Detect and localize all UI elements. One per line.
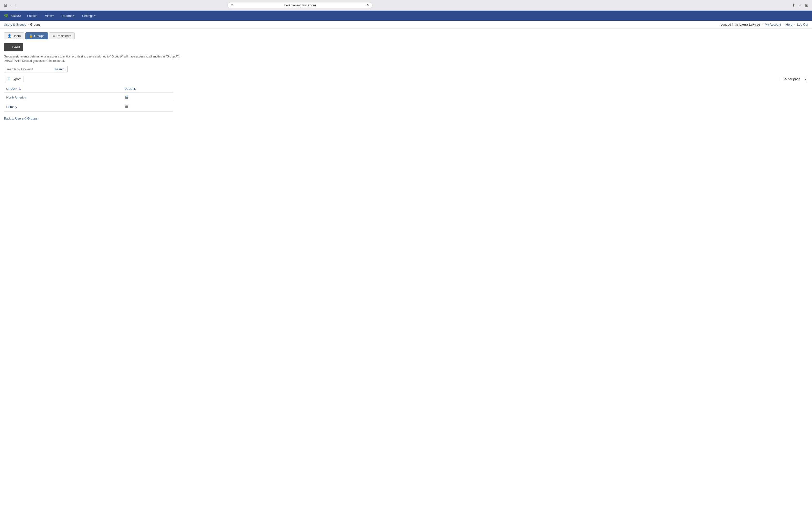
page: Lextree Entities View ▾ Reports ▾ Settin… (0, 11, 812, 507)
table-row: Primary 🗑 (4, 102, 173, 112)
tabs: 👤 Users 🔒 Groups ✉ Recipients (4, 32, 808, 39)
table-body: North America 🗑 Primary 🗑 (4, 93, 173, 112)
column-header-delete: DELETE (122, 85, 173, 93)
breadcrumb-parent-link[interactable]: Users & Groups (4, 23, 26, 26)
breadcrumb-separator: › (28, 23, 29, 26)
add-button[interactable]: ＋ + Add (4, 43, 23, 51)
user-info: Logged in as Laura Lextree - My Account … (721, 23, 808, 26)
tab-groups-label: Groups (34, 34, 45, 38)
tab-users[interactable]: 👤 Users (4, 32, 24, 39)
table-row: North America 🗑 (4, 93, 173, 102)
delete-icon-north-america[interactable]: 🗑 (125, 95, 129, 99)
tab-recipients[interactable]: ✉ Recipients (49, 32, 75, 39)
new-tab-button[interactable]: + (798, 3, 802, 8)
reload-icon[interactable]: ↻ (367, 3, 369, 7)
column-group-label: GROUP (6, 88, 17, 90)
settings-caret-icon: ▾ (94, 14, 95, 17)
lock-icon: 🔒 (29, 34, 33, 38)
sidebar-toggle-button[interactable]: ⊡ (3, 2, 8, 8)
navbar: Lextree Entities View ▾ Reports ▾ Settin… (0, 11, 812, 21)
tab-grid-button[interactable]: ⊞ (804, 2, 809, 8)
nav-item-settings-label: Settings (82, 14, 94, 18)
export-button[interactable]: 📄 Export (4, 76, 23, 82)
search-bar: search (4, 66, 808, 72)
nav-item-reports[interactable]: Reports ▾ (60, 13, 76, 18)
sep2: - (783, 23, 784, 26)
column-header-group[interactable]: GROUP ⇅ (4, 85, 122, 93)
browser-controls: ⊡ ‹ › (3, 2, 17, 8)
nav-item-settings[interactable]: Settings ▾ (81, 13, 97, 18)
group-link-primary[interactable]: Primary (6, 105, 17, 109)
delete-icon-primary[interactable]: 🗑 (125, 105, 129, 109)
search-button[interactable]: search (52, 66, 68, 72)
table-header-row: GROUP ⇅ DELETE (4, 85, 173, 93)
browser-chrome: ⊡ ‹ › 🛡 berkmansolutions.com ↻ ⬆ + ⊞ (0, 0, 812, 11)
nav-item-reports-label: Reports (61, 14, 72, 18)
log-out-link[interactable]: Log Out (797, 23, 808, 26)
sep3: - (794, 23, 795, 26)
browser-right-controls: ⬆ + ⊞ (791, 2, 809, 8)
main-content: 👤 Users 🔒 Groups ✉ Recipients ＋ + Add Gr… (0, 29, 812, 124)
per-page-select[interactable]: 10 per page 25 per page 50 per page 100 … (781, 76, 808, 82)
share-button[interactable]: ⬆ (791, 2, 796, 8)
reports-caret-icon: ▾ (73, 14, 74, 17)
pagination-select: 10 per page 25 per page 50 per page 100 … (781, 76, 808, 82)
controls-row: 📄 Export 10 per page 25 per page 50 per … (4, 76, 808, 82)
lock-icon: 🛡 (231, 4, 234, 7)
export-icon: 📄 (6, 77, 10, 81)
logged-in-prefix: Logged in as (721, 23, 739, 26)
address-bar[interactable]: 🛡 berkmansolutions.com ↻ (227, 2, 372, 8)
forward-button[interactable]: › (14, 3, 17, 8)
url-text: berkmansolutions.com (235, 3, 365, 7)
description: Group assignments determine user access … (4, 54, 808, 63)
delete-cell-primary: 🗑 (122, 102, 173, 112)
group-link-north-america[interactable]: North America (6, 96, 26, 99)
user-icon: 👤 (7, 34, 11, 38)
nav-item-view-label: View (45, 14, 52, 18)
username: Laura Lextree (740, 23, 760, 26)
view-caret-icon: ▾ (52, 14, 54, 17)
back-button[interactable]: ‹ (9, 3, 12, 8)
add-icon: ＋ (7, 45, 10, 49)
envelope-icon: ✉ (53, 34, 55, 38)
per-page-wrapper: 10 per page 25 per page 50 per page 100 … (781, 76, 808, 82)
help-link[interactable]: Help (785, 23, 792, 26)
info-bar: Users & Groups › Groups Logged in as Lau… (0, 21, 812, 29)
table-header: GROUP ⇅ DELETE (4, 85, 173, 93)
tab-users-label: Users (12, 34, 21, 38)
add-button-label: + Add (12, 45, 20, 49)
search-input[interactable] (4, 66, 52, 72)
description-line2: IMPORTANT: Deleted groups can't be resto… (4, 59, 808, 63)
back-to-users-groups-link[interactable]: Back to Users & Groups (4, 117, 38, 120)
back-link-container: Back to Users & Groups (4, 116, 808, 120)
column-delete-label: DELETE (125, 88, 136, 90)
sep1: - (762, 23, 763, 26)
description-line1: Group assignments determine user access … (4, 54, 808, 59)
my-account-link[interactable]: My Account (765, 23, 781, 26)
navbar-brand[interactable]: Lextree (4, 14, 21, 18)
group-name-cell: North America (4, 93, 122, 102)
breadcrumb-current: Groups (30, 23, 41, 26)
export-label: Export (12, 77, 21, 81)
nav-item-entities[interactable]: Entities (26, 13, 39, 18)
group-name-cell: Primary (4, 102, 122, 112)
tab-recipients-label: Recipients (57, 34, 71, 38)
sort-icon: ⇅ (18, 87, 21, 91)
breadcrumb: Users & Groups › Groups (4, 23, 40, 26)
groups-table: GROUP ⇅ DELETE North America 🗑 (4, 85, 173, 112)
delete-cell-north-america: 🗑 (122, 93, 173, 102)
nav-item-view[interactable]: View ▾ (44, 13, 55, 18)
tab-groups[interactable]: 🔒 Groups (26, 32, 48, 39)
